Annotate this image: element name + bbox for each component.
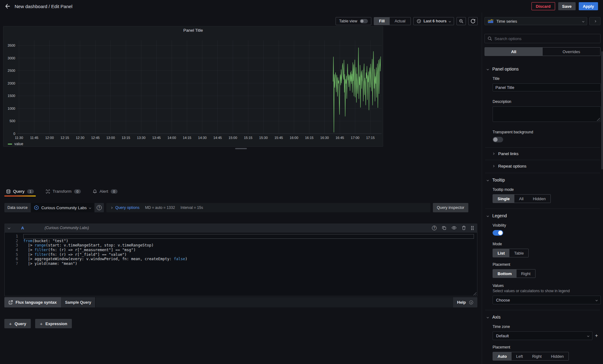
- query-options-toggle[interactable]: Query options: [111, 205, 140, 210]
- legend-placement-label: Placement: [493, 262, 598, 267]
- section-panel-options[interactable]: Panel options: [485, 67, 601, 71]
- add-query-label: Query: [15, 321, 26, 326]
- table-view-switch[interactable]: [360, 19, 368, 23]
- divider: [485, 160, 600, 160]
- collapse-sidebar-button[interactable]: [589, 17, 601, 25]
- tab-alert[interactable]: Alert 0: [91, 189, 119, 196]
- svg-text:13:30: 13:30: [137, 136, 146, 140]
- query-datasource-subtitle: (Curious Community Labs): [44, 226, 89, 230]
- tab-query[interactable]: Query 1: [4, 189, 36, 196]
- tooltip-mode-group-option-hidden[interactable]: Hidden: [528, 195, 550, 203]
- add-expression-button[interactable]: + Expression: [35, 319, 72, 328]
- topbar-actions: Discard Save Apply: [531, 2, 598, 10]
- code-line[interactable]: [23, 234, 474, 239]
- fill-actual-group: FillActual: [374, 17, 411, 25]
- legend-placement-group-option-bottom[interactable]: Bottom: [493, 270, 517, 278]
- tab-alert-count: 0: [111, 189, 118, 194]
- tab-query-label: Query: [13, 189, 25, 194]
- tooltip-mode-group-option-single[interactable]: Single: [493, 195, 514, 203]
- section-panel-options-label: Panel options: [492, 67, 519, 71]
- apply-button[interactable]: Apply: [579, 2, 598, 10]
- legend-visibility-toggle[interactable]: [493, 230, 503, 236]
- panel-links-section[interactable]: Panel links: [485, 151, 601, 156]
- panel-title-input[interactable]: [493, 83, 601, 91]
- axis-placement-group-option-hidden[interactable]: Hidden: [546, 352, 568, 360]
- transform-icon: [46, 189, 50, 194]
- fill-actual-group-option-actual[interactable]: Actual: [390, 17, 411, 25]
- database-icon: [6, 189, 11, 194]
- discard-button[interactable]: Discard: [531, 2, 555, 10]
- timezone-select[interactable]: Default: [493, 331, 592, 340]
- chevron-down-icon: [449, 20, 451, 22]
- help-button[interactable]: Help: [453, 297, 477, 307]
- viz-type-select[interactable]: Time series: [485, 17, 587, 25]
- pane-split-handle[interactable]: [235, 148, 247, 149]
- table-view-toggle[interactable]: Table view: [336, 17, 371, 25]
- tab-transform[interactable]: Transform 0: [44, 189, 83, 196]
- sidebar-scrollbar[interactable]: [601, 51, 603, 169]
- transparent-background-toggle[interactable]: [493, 137, 503, 142]
- refresh-button[interactable]: [468, 17, 478, 25]
- tooltip-mode-group-option-all[interactable]: All: [514, 195, 528, 203]
- zoom-out-button[interactable]: [457, 17, 466, 25]
- time-range-picker[interactable]: Last 6 hours: [413, 17, 454, 25]
- panel-links-label: Panel links: [498, 151, 518, 156]
- section-legend[interactable]: Legend: [485, 213, 601, 218]
- query-help-button[interactable]: ?: [432, 226, 437, 230]
- flux-syntax-button[interactable]: Flux language syntax: [4, 297, 61, 307]
- textarea-resize-grip[interactable]: [597, 118, 600, 121]
- query-editor-card: A (Curious Community Labs) ? 1234567 fro…: [4, 223, 477, 307]
- fill-actual-group-option-fill[interactable]: Fill: [374, 17, 390, 25]
- drag-handle-icon[interactable]: [471, 226, 474, 230]
- flux-code-editor[interactable]: 1234567 from(bucket: "test") |> range(st…: [4, 232, 477, 296]
- code-line[interactable]: |> range(start: v.timeRangeStart, stop: …: [23, 243, 474, 248]
- svg-text:11:45: 11:45: [30, 136, 39, 140]
- add-query-button[interactable]: + Query: [4, 319, 31, 328]
- description-textarea[interactable]: [493, 106, 601, 122]
- options-filter-group-option-overrides[interactable]: Overrides: [543, 48, 601, 56]
- sample-query-button[interactable]: Sample Query: [61, 297, 95, 307]
- svg-text:14:15: 14:15: [183, 136, 192, 140]
- duplicate-query-button[interactable]: [442, 226, 446, 230]
- save-button[interactable]: Save: [558, 2, 576, 10]
- axis-placement-label: Placement: [493, 345, 598, 349]
- transparent-background-label: Transparent background: [493, 130, 598, 134]
- section-axis[interactable]: Axis: [485, 315, 601, 320]
- legend-body: Visibility Mode ListTable Placement Bott…: [485, 223, 601, 304]
- viz-picker-row: Time series: [485, 17, 601, 25]
- section-tooltip[interactable]: Tooltip: [485, 177, 601, 182]
- legend-values-select[interactable]: Choose: [493, 296, 601, 304]
- collapse-query-icon[interactable]: [8, 227, 10, 229]
- code-line[interactable]: |> aggregateWindow(every: v.windowPeriod…: [23, 257, 474, 261]
- delete-query-button[interactable]: [462, 226, 466, 230]
- legend-mode-group-option-table[interactable]: Table: [509, 249, 528, 257]
- panel-title[interactable]: Panel Title: [3, 26, 383, 34]
- axis-placement-group-option-left[interactable]: Left: [512, 352, 528, 360]
- code-lines[interactable]: from(bucket: "test") |> range(start: v.t…: [23, 234, 477, 296]
- legend-placement-group-option-right[interactable]: Right: [517, 270, 535, 278]
- svg-text:500: 500: [10, 119, 15, 123]
- arrow-left-icon: [5, 4, 10, 9]
- tooltip-body: Tooltip mode SingleAllHidden: [485, 187, 601, 203]
- datasource-picker[interactable]: Curious Community Labs: [31, 203, 94, 212]
- legend-item-value[interactable]: value: [3, 141, 383, 146]
- code-line[interactable]: |> filter(fn: (r) => r["_measurement"] =…: [23, 248, 474, 252]
- options-filter-group-option-all[interactable]: All: [485, 48, 543, 56]
- code-line[interactable]: |> yield(name: "mean"): [23, 261, 474, 266]
- code-line[interactable]: |> filter(fn: (r) => r["_field"] == "val…: [23, 252, 474, 257]
- axis-placement-group-option-right[interactable]: Right: [527, 352, 546, 360]
- query-inspector-button[interactable]: Query inspector: [433, 203, 468, 212]
- add-timezone-button[interactable]: +: [595, 333, 598, 339]
- tab-alert-label: Alert: [100, 189, 108, 194]
- query-editor-header[interactable]: A (Curious Community Labs) ?: [4, 223, 477, 232]
- datasource-help-button[interactable]: ?: [95, 203, 104, 212]
- panel-chart[interactable]: 050010001500200025003000350011:3011:4512…: [3, 34, 383, 141]
- hide-query-button[interactable]: [452, 226, 457, 230]
- code-line[interactable]: from(bucket: "test"): [23, 239, 474, 243]
- repeat-options-section[interactable]: Repeat options: [485, 164, 601, 168]
- axis-placement-group-option-auto[interactable]: Auto: [493, 352, 512, 360]
- options-search-input[interactable]: [494, 36, 597, 41]
- options-search[interactable]: [485, 34, 601, 43]
- legend-mode-group-option-list[interactable]: List: [493, 249, 509, 257]
- back-button[interactable]: [5, 4, 10, 9]
